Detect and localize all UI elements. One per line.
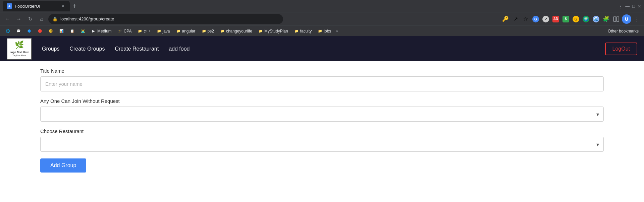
url-text: localhost:4200/group/create: [60, 16, 114, 21]
address-bar[interactable]: 🔒 localhost:4200/group/create: [48, 14, 283, 24]
bookmark-item[interactable]: 🌐: [3, 28, 13, 35]
browser-icon-4[interactable]: $: [561, 15, 570, 23]
bookmark-item[interactable]: 😊: [46, 28, 56, 35]
maximize-button[interactable]: □: [632, 4, 635, 9]
tab-favicon: A: [7, 3, 12, 9]
menu-button[interactable]: ⋮: [633, 14, 641, 24]
nav-link-create-groups[interactable]: Create Groups: [69, 46, 105, 52]
bookmarks-more-button[interactable]: »: [334, 28, 339, 35]
app-navbar: 🌿 Logo Text Here Tagline Here Groups Cre…: [0, 36, 644, 61]
bookmark-cpp[interactable]: 📁c++: [135, 28, 153, 35]
browser-icon-7[interactable]: 🌊: [592, 15, 600, 23]
title-name-input[interactable]: [40, 76, 604, 91]
restaurant-select[interactable]: [40, 137, 604, 152]
bookmark-changeyourlife[interactable]: 📁changeyourlife: [217, 28, 255, 35]
join-label: Any One Can Join Without Request: [40, 98, 604, 104]
other-bookmarks[interactable]: Other bookmarks: [605, 28, 641, 35]
browser-icon-2[interactable]: ↗: [541, 15, 550, 23]
browser-chrome: A FoodOrderUI × + ⋮ — □ ✕ ← → ↻ ⌂ 🔒 loca…: [0, 0, 644, 36]
share-icon[interactable]: ↗: [511, 15, 520, 23]
forward-button[interactable]: →: [14, 14, 23, 24]
browser-icon-3[interactable]: AD: [551, 15, 560, 23]
bookmark-angular[interactable]: 📁angular: [173, 28, 198, 35]
join-select-wrapper: Yes No ▾: [40, 107, 604, 122]
toolbar-icons: 🔑 ↗ ☆ G ↗ AD $ G 🌍 🌊 🧩: [501, 14, 641, 24]
nav-link-add-food[interactable]: add food: [169, 46, 190, 52]
extensions-icon[interactable]: 🧩: [602, 15, 610, 23]
bookmark-cpa[interactable]: 🎓CPA: [115, 28, 135, 35]
restaurant-label: Choose Restaurant: [40, 128, 604, 134]
nav-link-create-restaurant[interactable]: Create Restaurant: [115, 46, 159, 52]
logout-button[interactable]: LogOut: [605, 43, 637, 55]
active-tab[interactable]: A FoodOrderUI ×: [3, 1, 70, 11]
tab-search-icon[interactable]: ⋮: [618, 4, 623, 9]
bookmark-medium[interactable]: ▶Medium: [89, 28, 114, 35]
bookmark-mystudyplan[interactable]: 📁MyStudyPlan: [256, 28, 291, 35]
toolbar-bar: ← → ↻ ⌂ 🔒 localhost:4200/group/create 🔑 …: [0, 12, 644, 25]
bookmark-java[interactable]: 📁java: [154, 28, 173, 35]
form-container: Title Name Any One Can Join Without Requ…: [0, 61, 644, 179]
refresh-button[interactable]: ↻: [25, 14, 35, 24]
svg-rect-1: [616, 17, 619, 21]
nav-link-groups[interactable]: Groups: [42, 46, 59, 52]
title-name-label: Title Name: [40, 68, 604, 74]
bookmark-item[interactable]: 📊: [56, 28, 66, 35]
back-button[interactable]: ←: [3, 14, 12, 24]
close-window-button[interactable]: ✕: [638, 4, 641, 9]
bookmark-faculty[interactable]: 📁faculty: [291, 28, 315, 35]
bookmark-item[interactable]: 🧑‍💻: [78, 28, 88, 35]
tab-close-button[interactable]: ×: [60, 3, 66, 9]
bookmark-ps2[interactable]: 📁ps2: [199, 28, 217, 35]
split-view-icon[interactable]: [612, 15, 621, 23]
minimize-button[interactable]: —: [625, 4, 630, 9]
bookmarks-bar: 🌐 💬 🔷 🔴 😊 📊 📋 🧑‍💻 ▶Medium 🎓CPA 📁c++ 📁jav…: [0, 25, 644, 36]
browser-icon-6[interactable]: 🌍: [582, 15, 590, 23]
browser-icon-1[interactable]: G: [531, 15, 540, 23]
join-select[interactable]: Yes No: [40, 107, 604, 122]
restaurant-select-wrapper: ▾: [40, 137, 604, 152]
bookmark-item[interactable]: 🔷: [24, 28, 34, 35]
browser-icon-5[interactable]: G: [572, 15, 580, 23]
profile-icon[interactable]: U: [622, 14, 631, 24]
tab-title: FoodOrderUI: [15, 4, 40, 9]
logo-text-line1: Logo Text Here: [10, 51, 29, 54]
tab-bar: A FoodOrderUI × + ⋮ — □ ✕: [0, 0, 644, 12]
lock-icon: 🔒: [52, 16, 58, 21]
nav-links: Groups Create Groups Create Restaurant a…: [42, 46, 190, 52]
star-icon[interactable]: ☆: [521, 15, 530, 23]
bookmark-item[interactable]: 💬: [13, 28, 23, 35]
new-tab-button[interactable]: +: [70, 1, 79, 11]
logo-icon: 🌿: [15, 40, 24, 50]
window-controls: ⋮ — □ ✕: [618, 4, 641, 9]
bookmark-item[interactable]: 🔴: [35, 28, 45, 35]
add-group-button[interactable]: Add Group: [40, 158, 86, 173]
bookmark-jobs[interactable]: 📁jobs: [315, 28, 334, 35]
bookmark-item[interactable]: 📋: [67, 28, 77, 35]
svg-rect-0: [613, 17, 616, 21]
app-logo: 🌿 Logo Text Here Tagline Here: [7, 38, 32, 60]
key-icon[interactable]: 🔑: [501, 15, 510, 23]
logo-text-line2: Tagline Here: [12, 54, 26, 57]
home-button[interactable]: ⌂: [37, 14, 46, 24]
